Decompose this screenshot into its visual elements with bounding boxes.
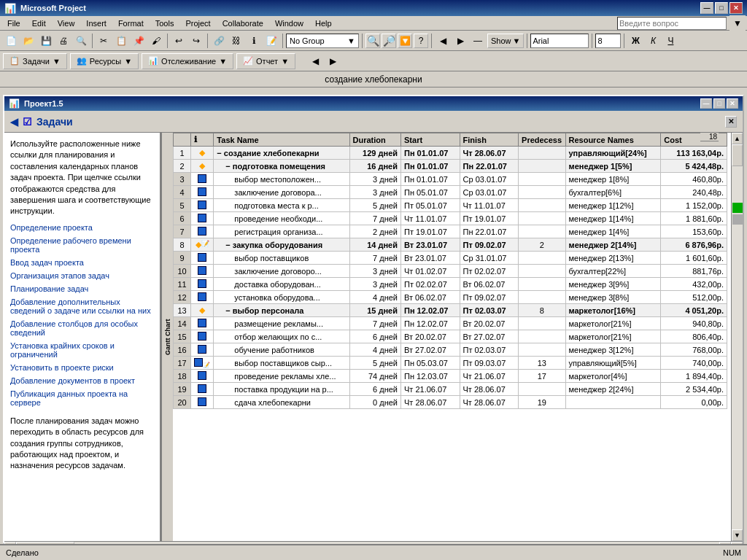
task-finish[interactable]: Пт 02.03.07 bbox=[460, 304, 519, 317]
table-row[interactable]: 19поставка продукции на р...6 днейЧт 21.… bbox=[174, 383, 727, 396]
task-finish[interactable]: Вт 27.02.07 bbox=[460, 330, 519, 343]
task-resources[interactable]: управляющий[5%] bbox=[565, 357, 661, 370]
tracking-button[interactable]: 📊 Отслеживание ▼ bbox=[142, 53, 233, 69]
task-duration[interactable]: 4 дней bbox=[349, 343, 400, 357]
task-resources[interactable]: менеджер 2[13%] bbox=[565, 252, 661, 265]
task-cost[interactable]: 0,00р. bbox=[661, 396, 727, 409]
task-finish[interactable]: Чт 28.06.07 bbox=[460, 147, 519, 160]
task-finish[interactable]: Ср 03.01.07 bbox=[460, 186, 519, 199]
task-finish[interactable]: Пт 02.02.07 bbox=[460, 265, 519, 278]
task-start[interactable]: Вт 23.01.07 bbox=[401, 252, 460, 265]
task-start[interactable]: Вт 23.01.07 bbox=[401, 238, 460, 252]
table-row[interactable]: 8◆📝− закупка оборудования14 днейВт 23.01… bbox=[174, 238, 727, 252]
task-finish[interactable]: Пт 02.03.07 bbox=[460, 343, 519, 357]
task-cost[interactable]: 5 424,48р. bbox=[661, 160, 727, 173]
task-name[interactable]: заключение договора... bbox=[214, 186, 349, 199]
task-resources[interactable]: менеджер 3[12%] bbox=[565, 343, 661, 357]
menu-window[interactable]: Window bbox=[269, 18, 309, 29]
help-button[interactable]: ? bbox=[414, 34, 428, 48]
task-start[interactable]: Чт 21.06.07 bbox=[401, 383, 460, 396]
task-duration[interactable]: 7 дней bbox=[349, 317, 400, 330]
task-finish[interactable]: Пт 09.03.07 bbox=[460, 357, 519, 370]
col-header-start[interactable]: Start bbox=[401, 133, 460, 147]
task-resources[interactable]: менеджер 3[8%] bbox=[565, 291, 661, 304]
task-cost[interactable]: 432,00р. bbox=[661, 278, 727, 291]
close-button[interactable]: ✕ bbox=[729, 2, 743, 14]
task-resources[interactable]: менеджер 2[24%] bbox=[565, 383, 661, 396]
project-minimize-button[interactable]: — bbox=[700, 98, 712, 109]
table-row[interactable]: 4заключение договора...3 днейПн 05.01.07… bbox=[174, 186, 727, 199]
task-duration[interactable]: 3 дней bbox=[349, 186, 400, 199]
task-resources[interactable]: менеджер 1[12%] bbox=[565, 199, 661, 212]
task-resources[interactable]: бухгалтер[6%] bbox=[565, 186, 661, 199]
task-resources[interactable]: маркетолог[21%] bbox=[565, 317, 661, 330]
task-resources[interactable]: менеджер 1[8%] bbox=[565, 173, 661, 186]
forward-button[interactable]: ▶ bbox=[325, 53, 341, 69]
task-cost[interactable]: 806,40р. bbox=[661, 330, 727, 343]
col-header-icon[interactable]: ℹ bbox=[191, 133, 214, 147]
menu-file[interactable]: File bbox=[1, 18, 26, 29]
task-duration[interactable]: 14 дней bbox=[349, 238, 400, 252]
scroll-track[interactable] bbox=[732, 144, 743, 529]
task-finish[interactable]: Вт 06.02.07 bbox=[460, 278, 519, 291]
redo-button[interactable]: ↪ bbox=[188, 33, 204, 49]
task-start[interactable]: Вт 06.02.07 bbox=[401, 291, 460, 304]
task-cost[interactable]: 113 163,04р. bbox=[661, 147, 727, 160]
scroll-left-button[interactable]: ◀ bbox=[435, 33, 451, 49]
task-name[interactable]: − закупка оборудования bbox=[214, 238, 349, 252]
task-duration[interactable]: 6 дней bbox=[349, 383, 400, 396]
task-resources[interactable]: управляющий[24%] bbox=[565, 147, 661, 160]
project-restore-button[interactable]: □ bbox=[713, 98, 725, 109]
project-close-button[interactable]: ✕ bbox=[727, 98, 738, 109]
scroll-more-button[interactable]: — bbox=[470, 33, 486, 49]
table-row[interactable]: 17📝выбор поставщиков сыр...5 днейПн 05.0… bbox=[174, 357, 727, 370]
task-predecessors[interactable]: 8 bbox=[519, 304, 565, 317]
table-row[interactable]: 12установка оборудова...4 днейВт 06.02.0… bbox=[174, 291, 727, 304]
copy-button[interactable]: 📋 bbox=[113, 33, 129, 49]
link-deadlines[interactable]: Установка крайних сроков и ограничений bbox=[10, 341, 154, 359]
task-duration[interactable]: 129 дней bbox=[349, 147, 400, 160]
task-resources[interactable]: маркетолог[16%] bbox=[565, 304, 661, 317]
task-name[interactable]: подготовка места к р... bbox=[214, 199, 349, 212]
print-button[interactable]: 🖨 bbox=[55, 33, 71, 49]
task-resources[interactable]: бухгалтер[22%] bbox=[565, 265, 661, 278]
group-combo[interactable]: No Group ▼ bbox=[286, 34, 359, 48]
menu-help[interactable]: Help bbox=[309, 18, 338, 29]
menu-collaborate[interactable]: Collaborate bbox=[217, 18, 269, 29]
task-predecessors[interactable] bbox=[519, 317, 565, 330]
link-organize-stages[interactable]: Организация этапов задач bbox=[10, 271, 154, 280]
task-cost[interactable]: 768,00р. bbox=[661, 343, 727, 357]
col-header-resources[interactable]: Resource Names bbox=[565, 133, 661, 147]
task-resources[interactable]: менеджер 1[14%] bbox=[565, 212, 661, 225]
task-name[interactable]: сдача хлебопекарни bbox=[214, 396, 349, 409]
task-name[interactable]: установка оборудова... bbox=[214, 291, 349, 304]
task-resources[interactable]: маркетолог[21%] bbox=[565, 330, 661, 343]
grid-container[interactable]: 18 ℹ Task Name Duration Start Finish Pre… bbox=[173, 133, 731, 541]
menu-project[interactable]: Project bbox=[179, 18, 216, 29]
link-risks[interactable]: Установить в проекте риски bbox=[10, 363, 154, 372]
table-row[interactable]: 2◆− подготовка помещения16 днейПн 01.01.… bbox=[174, 160, 727, 173]
task-name[interactable]: − выбор персонала bbox=[214, 304, 349, 317]
task-info-button[interactable]: ℹ bbox=[246, 33, 262, 49]
table-row[interactable]: 7регистрация организа...2 днейПт 19.01.0… bbox=[174, 225, 727, 238]
task-predecessors[interactable]: 2 bbox=[519, 238, 565, 252]
task-cost[interactable]: 1 152,00р. bbox=[661, 199, 727, 212]
task-predecessors[interactable]: 17 bbox=[519, 370, 565, 383]
save-button[interactable]: 💾 bbox=[38, 33, 54, 49]
task-predecessors[interactable] bbox=[519, 291, 565, 304]
task-name[interactable]: проведение необходи... bbox=[214, 212, 349, 225]
link-add-columns[interactable]: Добавление столбцов для особых сведений bbox=[10, 319, 154, 337]
zoom-out-button[interactable]: 🔎 bbox=[382, 34, 396, 48]
task-finish[interactable]: Чт 11.01.07 bbox=[460, 199, 519, 212]
task-predecessors[interactable] bbox=[519, 330, 565, 343]
task-name[interactable]: заключение договоро... bbox=[214, 265, 349, 278]
task-cost[interactable]: 940,80р. bbox=[661, 317, 727, 330]
search-input[interactable] bbox=[617, 17, 727, 30]
task-duration[interactable]: 7 дней bbox=[349, 252, 400, 265]
task-duration[interactable]: 5 дней bbox=[349, 357, 400, 370]
task-name[interactable]: отбор желающих по с... bbox=[214, 330, 349, 343]
link-publish[interactable]: Публикация данных проекта на сервере bbox=[10, 389, 154, 407]
link-plan-tasks[interactable]: Планирование задач bbox=[10, 284, 154, 293]
open-button[interactable]: 📂 bbox=[20, 33, 36, 49]
menu-edit[interactable]: Edit bbox=[26, 18, 52, 29]
